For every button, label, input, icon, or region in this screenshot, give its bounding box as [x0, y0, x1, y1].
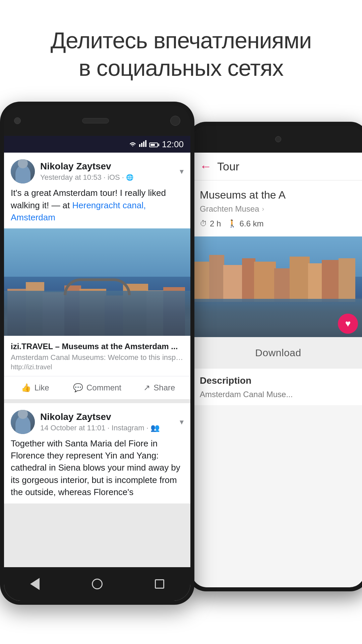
- comment-label: Comment: [86, 383, 121, 392]
- dropdown-icon[interactable]: ▾: [180, 167, 184, 176]
- camera-lens-icon: [170, 116, 180, 126]
- tour-bld-6: [274, 268, 291, 302]
- comment-button[interactable]: 💬 Comment: [66, 378, 128, 397]
- fb-post-text-2: Together with Santa Maria del Fiore in F…: [4, 437, 190, 503]
- header-title: Делитесь впечатлениями в социальных сетя…: [13, 27, 349, 82]
- fb-meta-2: 14 October at 11:01 · Instagram · 👥: [40, 424, 174, 432]
- signal-icon: [139, 140, 146, 148]
- header-title-line2: в социальных сетях: [79, 55, 283, 80]
- tour-bld-7: [290, 257, 310, 302]
- tour-duration-text: 2 h: [210, 219, 221, 228]
- phone-right-top: [192, 126, 362, 153]
- tour-content: Museums at the A Grachten Musea › ⏱ 2 h …: [192, 180, 362, 236]
- tour-name: Museums at the A: [200, 189, 357, 201]
- tour-subtitle: Grachten Musea ›: [200, 204, 357, 214]
- fb-meta-1: Yesterday at 10:53 · iOS · 🌐: [40, 173, 174, 182]
- phone-left: 12:00 Nikolay Zaytsev: [0, 102, 194, 605]
- fb-post-text-1: It's a great Amsterdam tour! I really li…: [4, 187, 190, 228]
- tour-stats: ⏱ 2 h 🚶 6.6 km: [200, 219, 357, 228]
- avatar-1: [11, 159, 35, 183]
- fb-meta-text-1: Yesterday at 10:53 · iOS ·: [40, 173, 124, 182]
- status-time: 12:00: [162, 139, 184, 150]
- header-title-line1: Делитесь впечатлениями: [51, 28, 311, 53]
- fb-user-info-2: Nikolay Zaytsev 14 October at 11:01 · In…: [40, 412, 174, 432]
- tour-image-water: [192, 299, 362, 337]
- fb-link-title[interactable]: izi.TRAVEL – Museums at the Amsterdam ..…: [11, 341, 184, 352]
- amsterdam-image: [4, 228, 190, 336]
- phones-container: 12:00 Nikolay Zaytsev: [0, 102, 362, 598]
- fb-post-header-1: Nikolay Zaytsev Yesterday at 10:53 · iOS…: [4, 153, 190, 187]
- globe-icon: 🌐: [126, 174, 133, 181]
- status-bar: 12:00: [4, 136, 190, 153]
- like-label: Like: [35, 383, 49, 392]
- fb-post-card-1: Nikolay Zaytsev Yesterday at 10:53 · iOS…: [4, 153, 190, 399]
- tour-bld-4: [242, 258, 255, 302]
- back-triangle-icon: [30, 578, 40, 590]
- tour-title: Tour: [217, 160, 239, 173]
- home-circle-icon: [92, 579, 103, 589]
- battery-icon: [149, 141, 159, 147]
- fb-meta-text-2: 14 October at 11:01 · Instagram ·: [40, 424, 148, 432]
- clock-icon: ⏱: [200, 219, 207, 228]
- fab-icon: ♥: [345, 318, 351, 329]
- fb-username-2: Nikolay Zaytsev: [40, 412, 174, 422]
- tour-duration-stat: ⏱ 2 h: [200, 219, 221, 228]
- instagram-icon: 👥: [150, 424, 160, 432]
- chevron-right-icon: ›: [262, 205, 264, 213]
- speaker-icon: [82, 118, 109, 123]
- tour-bld-2: [209, 255, 224, 302]
- share-button[interactable]: ↗ Share: [128, 378, 190, 397]
- tour-bld-9: [322, 260, 340, 302]
- fb-user-info-1: Nikolay Zaytsev Yesterday at 10:53 · iOS…: [40, 161, 174, 182]
- fb-link-preview: izi.TRAVEL – Museums at the Amsterdam ..…: [4, 336, 190, 376]
- nav-back-button[interactable]: [30, 578, 40, 590]
- like-icon: 👍: [21, 383, 31, 392]
- wifi-icon: [129, 141, 136, 147]
- fb-link-desc: Amsterdam Canal Museums: Welcome to this…: [11, 353, 184, 362]
- tour-image-buildings: [192, 241, 362, 302]
- tour-bld-1: [193, 262, 210, 302]
- like-button[interactable]: 👍 Like: [4, 378, 66, 397]
- phone-right: ← Tour Museums at the A Grachten Musea ›…: [188, 122, 362, 591]
- tour-distance-text: 6.6 km: [239, 219, 263, 228]
- bottom-nav: [4, 567, 190, 601]
- nav-recents-button[interactable]: [155, 579, 164, 589]
- phone-right-body: ← Tour Museums at the A Grachten Musea ›…: [192, 126, 362, 587]
- avatar-2: [11, 410, 35, 434]
- download-button[interactable]: Download: [192, 337, 362, 369]
- phone-screen: Nikolay Zaytsev Yesterday at 10:53 · iOS…: [4, 153, 190, 601]
- tour-bld-5: [254, 262, 276, 302]
- tour-distance-stat: 🚶 6.6 km: [228, 219, 263, 228]
- share-label: Share: [154, 383, 175, 392]
- tour-screen: ← Tour Museums at the A Grachten Musea ›…: [192, 153, 362, 587]
- tour-header: ← Tour: [192, 153, 362, 180]
- tour-bld-8: [308, 263, 323, 302]
- download-section: Download: [192, 337, 362, 369]
- fb-username-1: Nikolay Zaytsev: [40, 161, 174, 172]
- back-arrow-icon[interactable]: ←: [200, 159, 212, 173]
- fb-link-url: http://izi.travel: [11, 363, 184, 371]
- tour-image: ♥: [192, 236, 362, 337]
- walk-icon: 🚶: [228, 219, 237, 228]
- fb-post-header-2: Nikolay Zaytsev 14 October at 11:01 · In…: [4, 403, 190, 437]
- description-section: Description Amsterdam Canal Muse...: [192, 369, 362, 406]
- nav-home-button[interactable]: [92, 579, 103, 589]
- description-text: Amsterdam Canal Muse...: [200, 389, 357, 400]
- phone-left-body: 12:00 Nikolay Zaytsev: [4, 106, 190, 601]
- description-title: Description: [200, 375, 357, 386]
- recents-square-icon: [155, 579, 164, 589]
- water-reflection: [4, 291, 190, 336]
- front-camera-right-icon: [275, 136, 281, 142]
- front-camera-icon: [14, 117, 21, 124]
- fb-post-card-2: Nikolay Zaytsev 14 October at 11:01 · In…: [4, 403, 190, 503]
- phone-top-bar: [4, 106, 190, 136]
- tour-bld-10: [339, 258, 355, 302]
- tour-subtitle-text[interactable]: Grachten Musea: [200, 204, 259, 214]
- dropdown-icon-2[interactable]: ▾: [180, 417, 184, 427]
- comment-icon: 💬: [73, 383, 83, 392]
- fb-actions: 👍 Like 💬 Comment ↗ Share: [4, 376, 190, 399]
- header-section: Делитесь впечатлениями в социальных сетя…: [0, 0, 362, 102]
- red-fab-button[interactable]: ♥: [338, 314, 358, 334]
- share-icon: ↗: [143, 383, 150, 392]
- tour-bld-3: [223, 265, 243, 302]
